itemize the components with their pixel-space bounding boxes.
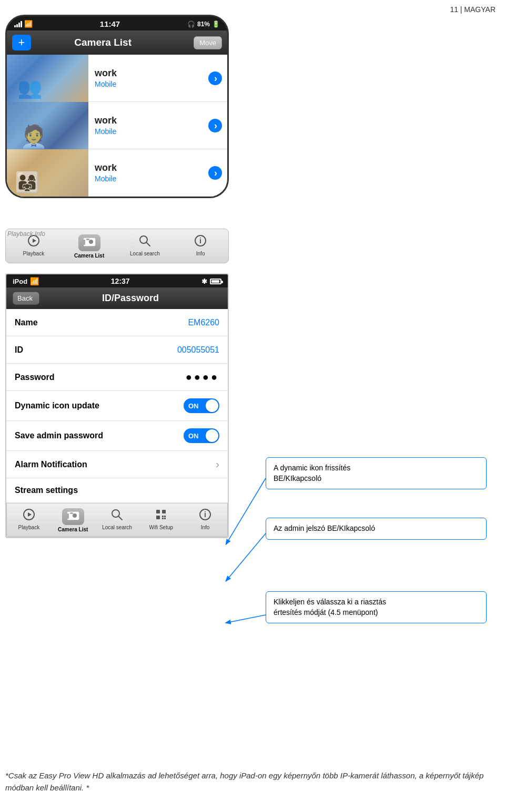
stream-settings-row: Stream settings: [6, 478, 228, 503]
camera-thumb-1: [7, 55, 88, 102]
info-icon-2: i: [199, 508, 211, 523]
playback-label-2: Playback: [18, 525, 40, 530]
stream-settings-label: Stream settings: [15, 486, 78, 495]
phone2-wrapper: iPod 📶 12:37 ✱ Back ID/Password Name EM6…: [5, 273, 229, 538]
svg-rect-3: [83, 240, 85, 245]
id-row: ID 005055051: [6, 336, 228, 364]
back-button[interactable]: Back: [13, 292, 39, 305]
camera-list-title: Camera List: [16, 37, 189, 48]
alarm-notification-row[interactable]: Alarm Notification ›: [6, 451, 228, 478]
info-icon-1: i: [194, 234, 207, 249]
dynamic-icon-row[interactable]: Dynamic icon update ON: [6, 391, 228, 421]
svg-marker-11: [28, 512, 32, 517]
battery-text: 81%: [197, 20, 210, 28]
camera-item-1[interactable]: work Mobile: [7, 55, 227, 102]
localsearch-label-2: Local search: [102, 525, 132, 530]
page-number: 11 | MAGYAR: [450, 5, 496, 14]
save-admin-row[interactable]: Save admin password ON: [6, 421, 228, 451]
tab-cameralist-2[interactable]: Camera List: [51, 506, 95, 535]
wifi-icon: 📶: [24, 20, 33, 28]
info-label-1: Info: [196, 251, 205, 256]
camera-name-1: work: [95, 68, 202, 79]
svg-rect-15: [70, 512, 73, 514]
save-admin-toggle-knob: [206, 429, 218, 442]
move-button[interactable]: Move: [194, 36, 222, 49]
alarm-chevron-icon: ›: [216, 458, 219, 470]
tab-localsearch-1[interactable]: Local search: [117, 232, 173, 261]
localsearch-label-1: Local search: [130, 251, 160, 256]
svg-text:i: i: [199, 237, 201, 245]
svg-rect-18: [156, 510, 160, 513]
dynamic-toggle-knob: [206, 399, 218, 412]
svg-rect-19: [162, 510, 166, 513]
svg-rect-24: [164, 518, 166, 519]
ipod-battery-icon: [210, 279, 221, 284]
dynamic-toggle-label: ON: [185, 402, 199, 410]
tab-cameralist-1[interactable]: Camera List: [62, 232, 117, 261]
camera-item-3[interactable]: work Mobile: [7, 149, 227, 197]
camera-list-body: work Mobile work Mobile work Mobile: [7, 55, 227, 197]
password-row: Password ●●●●: [6, 364, 228, 391]
svg-rect-5: [86, 239, 89, 240]
wifisetup-label: Wifi Setup: [149, 525, 174, 530]
name-label: Name: [15, 318, 99, 327]
camera-item-2[interactable]: work Mobile: [7, 102, 227, 149]
tab-info-1[interactable]: i Info: [173, 232, 228, 261]
cameralist-icon-1: [78, 234, 100, 251]
callout-admin-password-text: Az admin jelszó BE/KIkapcsoló: [274, 524, 375, 532]
status-time: 11:47: [100, 19, 120, 28]
ipod-status-left: iPod 📶: [13, 277, 39, 285]
save-admin-toggle[interactable]: ON: [184, 428, 219, 443]
callout-dynamic-icon: A dynamic ikon frissítésBE/KIkapcsoló: [266, 457, 487, 489]
svg-marker-1: [33, 239, 36, 243]
playback-icon-2: [23, 508, 35, 523]
id-label: ID: [15, 345, 99, 355]
tab-localsearch-2[interactable]: Local search: [95, 506, 139, 535]
svg-point-14: [73, 513, 77, 518]
camera-info-1: work Mobile: [88, 68, 208, 88]
name-value: EM6260: [99, 318, 219, 327]
phone1-status-bar: 📶 11:47 🎧 81% 🔋: [7, 16, 227, 30]
password-dots: ●●●●: [99, 371, 219, 383]
camera-type-1: Mobile: [95, 80, 202, 88]
phone1-frame: 📶 11:47 🎧 81% 🔋 + Camera List Move work …: [5, 15, 229, 198]
dynamic-toggle-switch[interactable]: ON: [99, 398, 219, 413]
status-left: 📶: [14, 20, 33, 28]
id-value: 005055051: [99, 345, 219, 355]
tab-info-2[interactable]: i Info: [183, 506, 227, 535]
info-label-2: Info: [201, 525, 210, 530]
svg-rect-22: [164, 516, 166, 517]
id-password-title: ID/Password: [39, 293, 221, 304]
camera-type-2: Mobile: [95, 127, 202, 136]
svg-rect-23: [162, 518, 164, 519]
playback-info-label: Playback Info: [7, 230, 45, 238]
dynamic-toggle[interactable]: ON: [184, 398, 219, 413]
save-admin-toggle-label: ON: [185, 432, 199, 440]
tab-wifisetup[interactable]: Wifi Setup: [139, 506, 183, 535]
ipod-time: 12:37: [111, 277, 130, 285]
ipod-status-bar: iPod 📶 12:37 ✱: [6, 274, 228, 287]
camera-thumb-3: [7, 149, 88, 197]
localsearch-icon-2: [110, 508, 123, 523]
wifisetup-icon: [155, 508, 167, 523]
phone1-wrapper: 📶 11:47 🎧 81% 🔋 + Camera List Move work …: [5, 15, 229, 198]
cameralist-label-2: Camera List: [58, 527, 88, 532]
chevron-right-3: [208, 166, 222, 180]
ipod-bluetooth-icon: ✱: [201, 277, 207, 285]
save-admin-label: Save admin password: [15, 431, 103, 440]
ipod-status-right: ✱: [201, 277, 221, 285]
camera-list-header: + Camera List Move: [7, 30, 227, 55]
localsearch-icon-1: [138, 234, 151, 249]
password-label: Password: [15, 373, 99, 382]
tab-playback-2[interactable]: Playback: [7, 506, 51, 535]
playback-label-1: Playback: [23, 251, 45, 256]
name-row: Name EM6260: [6, 309, 228, 336]
id-password-header: Back ID/Password: [6, 287, 228, 309]
tabbar2: Playback Camera List Local search: [6, 503, 228, 537]
camera-name-2: work: [95, 115, 202, 126]
callout-alarm-notification-text: Klikkeljen és válassza ki a riasztásérte…: [274, 598, 386, 616]
camera-thumb-2: [7, 102, 88, 149]
camera-info-3: work Mobile: [88, 162, 208, 183]
save-admin-toggle-switch[interactable]: ON: [103, 428, 219, 443]
ipod-label: iPod: [13, 277, 27, 285]
